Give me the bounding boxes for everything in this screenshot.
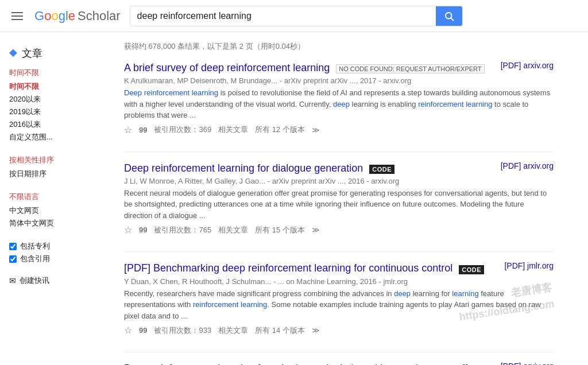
quote-icon[interactable]: 99 — [139, 226, 147, 234]
result-title-link[interactable]: A brief survey of deep reinforcement lea… — [124, 62, 332, 73]
scholar-text: Scholar — [78, 9, 121, 24]
search-results: 获得约 678,000 条结果，以下是第 2 页（用时0.04秒） A brie… — [115, 37, 563, 365]
star-icon[interactable]: ☆ — [124, 325, 132, 336]
result-actions: ☆ 99 被引用次数：765 相关文章 所有 15 个版本 ≫ — [124, 224, 554, 235]
sidebar-time-2019[interactable]: 2019以来 — [9, 106, 106, 118]
pdf-link[interactable]: [PDF] arxiv.org — [501, 161, 554, 170]
result-actions: ☆ 99 被引用次数：933 相关文章 所有 14 个版本 ≫ — [124, 325, 554, 336]
sidebar-time-unlimited[interactable]: 时间不限 — [9, 80, 106, 93]
all-versions[interactable]: 所有 15 个版本 — [255, 225, 305, 235]
time-section-title: 时间不限 — [9, 68, 106, 78]
result-title-row: Deep reinforcement learning for dialogue… — [124, 161, 554, 176]
result-item: Deep reinforcement learning for dialogue… — [124, 161, 554, 236]
result-authors: Y Duan, X Chen, R Houthooft, J Schulman.… — [124, 277, 554, 286]
result-title-link[interactable]: Deep reinforcement learning for dialogue… — [124, 162, 366, 174]
quote-icon[interactable]: 99 — [139, 126, 147, 134]
divider — [124, 352, 554, 352]
checkbox-patent[interactable] — [9, 243, 17, 250]
divider — [124, 251, 554, 252]
cited-count[interactable]: 被引用次数：765 — [154, 225, 211, 235]
main-container: ◆ 文章 时间不限 时间不限 2020以来 2019以来 2016以来 自定义范… — [0, 32, 588, 365]
checkbox-citation[interactable] — [9, 255, 17, 263]
cited-count[interactable]: 被引用次数：933 — [154, 325, 211, 336]
result-snippet: Recently, researchers have made signific… — [124, 288, 554, 322]
language-section-title: 不限语言 — [9, 192, 106, 202]
result-title-link[interactable]: [PDF] Benchmarking deep reinforcement le… — [124, 262, 455, 274]
checkbox-section: 包括专利 包含引用 — [9, 241, 106, 264]
quote-icon[interactable]: 99 — [139, 326, 147, 335]
create-alert[interactable]: ✉ 创建快讯 — [9, 275, 106, 286]
time-filter-section: 时间不限 时间不限 2020以来 2019以来 2016以来 自定义范围... — [9, 68, 106, 143]
header: Google Scholar — [0, 0, 588, 32]
sort-section: 按相关性排序 按日期排序 — [9, 155, 106, 180]
result-title-row: A brief survey of deep reinforcement lea… — [124, 61, 554, 75]
checkbox-citation-row: 包含引用 — [9, 254, 106, 264]
related-articles[interactable]: 相关文章 — [218, 225, 248, 235]
code-badge: CODE — [369, 165, 394, 174]
result-item: A brief survey of deep reinforcement lea… — [124, 61, 554, 135]
result-title-link[interactable]: Deep reinforcement learning for robotic … — [124, 363, 471, 365]
result-snippet: Deep reinforcement learning is poised to… — [124, 87, 554, 121]
search-bar — [130, 6, 463, 26]
pdf-link[interactable]: [PDF] jmlr.org — [504, 261, 554, 270]
more-arrow-icon[interactable]: ≫ — [312, 326, 320, 335]
sidebar-time-custom[interactable]: 自定义范围... — [9, 131, 106, 143]
result-actions: ☆ 99 被引用次数：369 相关文章 所有 12 个版本 ≫ — [124, 125, 554, 135]
checkbox-patent-row: 包括专利 — [9, 241, 106, 251]
hamburger-menu[interactable] — [9, 10, 25, 22]
result-count: 获得约 678,000 条结果，以下是第 2 页（用时0.04秒） — [124, 37, 554, 52]
sidebar-lang-simplified[interactable]: 简体中文网页 — [9, 217, 106, 230]
article-icon: ◆ — [9, 46, 17, 59]
result-authors: K Arulkumaran, MP Deisenroth, M Brundage… — [124, 76, 554, 85]
search-button[interactable] — [436, 6, 462, 26]
sort-section-title: 按相关性排序 — [9, 155, 106, 165]
more-arrow-icon[interactable]: ≫ — [312, 226, 320, 234]
cited-count[interactable]: 被引用次数：369 — [154, 125, 211, 135]
checkbox-citation-label: 包含引用 — [20, 254, 50, 264]
sidebar-lang-chinese[interactable]: 中文网页 — [9, 204, 106, 217]
checkbox-patent-label: 包括专利 — [20, 241, 50, 251]
sidebar-time-2016[interactable]: 2016以来 — [9, 118, 106, 131]
all-versions[interactable]: 所有 14 个版本 — [255, 325, 305, 336]
related-articles[interactable]: 相关文章 — [218, 125, 248, 135]
divider — [124, 152, 554, 152]
related-articles[interactable]: 相关文章 — [218, 325, 248, 336]
google-scholar-logo: Google Scholar — [34, 9, 121, 24]
result-snippet: Recent neural models of dialogue generat… — [124, 188, 554, 222]
star-icon[interactable]: ☆ — [124, 224, 132, 235]
result-item: Deep reinforcement learning for robotic … — [124, 362, 554, 365]
star-icon[interactable]: ☆ — [124, 125, 132, 135]
search-input[interactable] — [130, 6, 436, 26]
mail-icon: ✉ — [9, 276, 16, 285]
pdf-link[interactable]: [PDF] arxiv.org — [501, 362, 554, 365]
sidebar: ◆ 文章 时间不限 时间不限 2020以来 2019以来 2016以来 自定义范… — [0, 37, 115, 365]
no-code-badge: NO CODE FOUND: REQUEST AUTHOR/EXPERT — [336, 64, 484, 73]
create-alert-label: 创建快讯 — [20, 275, 49, 286]
result-title-row: [PDF] Benchmarking deep reinforcement le… — [124, 261, 554, 275]
result-title-row: Deep reinforcement learning for robotic … — [124, 362, 554, 365]
sidebar-time-2020[interactable]: 2020以来 — [9, 93, 106, 106]
article-label: 文章 — [22, 46, 42, 60]
language-section: 不限语言 中文网页 简体中文网页 — [9, 192, 106, 230]
sidebar-sort-date[interactable]: 按日期排序 — [9, 168, 106, 180]
more-arrow-icon[interactable]: ≫ — [312, 126, 320, 134]
result-item: [PDF] Benchmarking deep reinforcement le… — [124, 261, 554, 336]
all-versions[interactable]: 所有 12 个版本 — [255, 125, 305, 135]
svg-line-1 — [451, 18, 453, 20]
code-badge: CODE — [459, 265, 484, 274]
pdf-link[interactable]: [PDF] arxiv.org — [501, 61, 554, 70]
result-authors: J Li, W Monroe, A Ritter, M Galley, J Ga… — [124, 177, 554, 185]
search-icon — [444, 11, 454, 21]
